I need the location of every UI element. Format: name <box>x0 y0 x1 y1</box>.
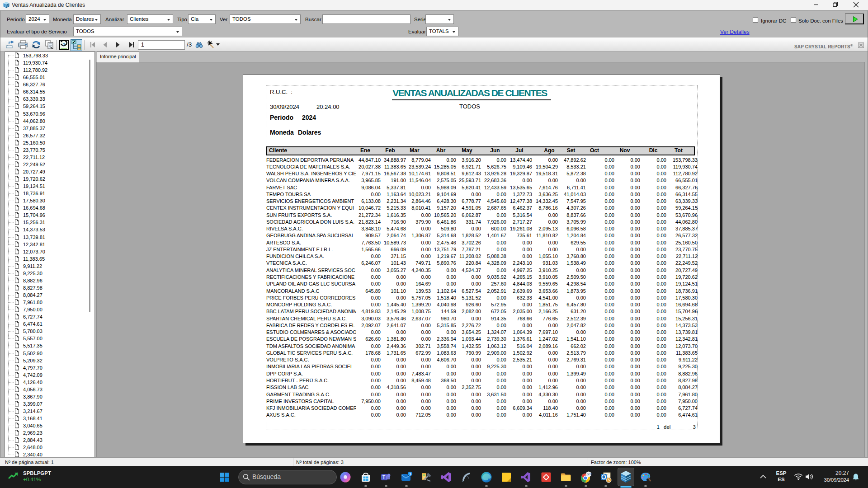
svg-text:OFTO: OFTO <box>587 474 592 476</box>
svg-text:T: T <box>382 475 385 480</box>
svg-text:1: 1 <box>409 472 411 476</box>
svg-text:?: ? <box>62 42 66 47</box>
